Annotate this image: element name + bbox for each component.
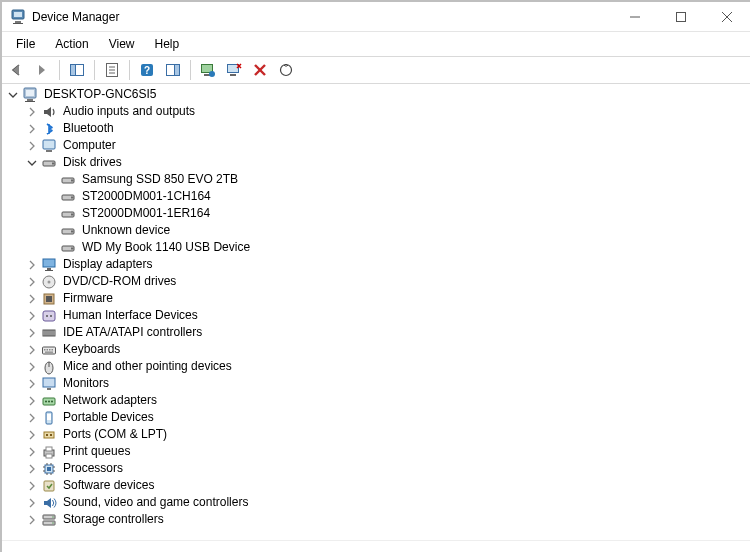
network-icon-wrap bbox=[41, 393, 57, 409]
node-label: ST2000DM001-1CH164 bbox=[80, 188, 213, 205]
optical-icon-wrap bbox=[41, 274, 57, 290]
node-label: Samsung SSD 850 EVO 2TB bbox=[80, 171, 240, 188]
tree-category[interactable]: Mice and other pointing devices bbox=[6, 358, 750, 375]
tree-category[interactable]: Bluetooth bbox=[6, 120, 750, 137]
tree-category[interactable]: DVD/CD-ROM drives bbox=[6, 273, 750, 290]
tree-category[interactable]: IDE ATA/ATAPI controllers bbox=[6, 324, 750, 341]
expand-icon[interactable] bbox=[25, 445, 39, 459]
forward-button[interactable] bbox=[30, 58, 54, 82]
expand-icon[interactable] bbox=[25, 411, 39, 425]
storage-icon-wrap bbox=[41, 512, 57, 528]
expand-icon[interactable] bbox=[25, 360, 39, 374]
device-tree-pane[interactable]: DESKTOP-GNC6SI5Audio inputs and outputsB… bbox=[2, 84, 750, 540]
portable-icon bbox=[41, 410, 57, 426]
expand-icon[interactable] bbox=[25, 326, 39, 340]
ide-icon bbox=[41, 325, 57, 341]
keyboard-icon bbox=[41, 342, 57, 358]
expand-icon[interactable] bbox=[25, 275, 39, 289]
tree-category[interactable]: Sound, video and game controllers bbox=[6, 494, 750, 511]
show-hide-tree-button[interactable] bbox=[65, 58, 89, 82]
hid-icon bbox=[41, 308, 57, 324]
back-button[interactable] bbox=[4, 58, 28, 82]
expand-icon[interactable] bbox=[25, 139, 39, 153]
close-button[interactable] bbox=[704, 2, 750, 32]
uninstall-button[interactable] bbox=[222, 58, 246, 82]
printer-icon bbox=[41, 444, 57, 460]
node-label: ST2000DM001-1ER164 bbox=[80, 205, 212, 222]
expand-icon[interactable] bbox=[25, 462, 39, 476]
tree-category[interactable]: Monitors bbox=[6, 375, 750, 392]
update-driver-button[interactable] bbox=[196, 58, 220, 82]
port-icon-wrap bbox=[41, 427, 57, 443]
collapse-icon[interactable] bbox=[25, 156, 39, 170]
tree-device[interactable]: ST2000DM001-1CH164 bbox=[6, 188, 750, 205]
scan-button[interactable] bbox=[274, 58, 298, 82]
expand-icon[interactable] bbox=[25, 428, 39, 442]
software-icon bbox=[41, 478, 57, 494]
show-hide-action-button[interactable] bbox=[161, 58, 185, 82]
printer-icon-wrap bbox=[41, 444, 57, 460]
node-label: Print queues bbox=[61, 443, 132, 460]
expand-icon[interactable] bbox=[25, 377, 39, 391]
tree-device[interactable]: Samsung SSD 850 EVO 2TB bbox=[6, 171, 750, 188]
expand-icon[interactable] bbox=[25, 496, 39, 510]
expand-icon[interactable] bbox=[25, 105, 39, 119]
svg-point-20 bbox=[209, 71, 215, 77]
device-tree: DESKTOP-GNC6SI5Audio inputs and outputsB… bbox=[2, 84, 750, 538]
tree-device[interactable]: ST2000DM001-1ER164 bbox=[6, 205, 750, 222]
expand-icon[interactable] bbox=[25, 479, 39, 493]
node-label: Audio inputs and outputs bbox=[61, 103, 197, 120]
expand-icon[interactable] bbox=[25, 513, 39, 527]
tree-category[interactable]: Human Interface Devices bbox=[6, 307, 750, 324]
tree-category[interactable]: Processors bbox=[6, 460, 750, 477]
help-icon: ? bbox=[139, 62, 155, 78]
tree-device[interactable]: WD My Book 1140 USB Device bbox=[6, 239, 750, 256]
expand-icon[interactable] bbox=[25, 122, 39, 136]
tree-category[interactable]: Print queues bbox=[6, 443, 750, 460]
minimize-button[interactable] bbox=[612, 2, 658, 32]
ide-icon-wrap bbox=[41, 325, 57, 341]
sound-icon-wrap bbox=[41, 495, 57, 511]
monitor-icon bbox=[41, 376, 57, 392]
tree-category[interactable]: Ports (COM & LPT) bbox=[6, 426, 750, 443]
menu-file[interactable]: File bbox=[6, 34, 45, 54]
tree-category[interactable]: Network adapters bbox=[6, 392, 750, 409]
node-label: Unknown device bbox=[80, 222, 172, 239]
menu-help[interactable]: Help bbox=[145, 34, 190, 54]
expand-icon[interactable] bbox=[25, 292, 39, 306]
node-label: Display adapters bbox=[61, 256, 154, 273]
collapse-icon[interactable] bbox=[6, 88, 20, 102]
cpu-icon bbox=[41, 461, 57, 477]
menu-action[interactable]: Action bbox=[45, 34, 98, 54]
tree-category[interactable]: Portable Devices bbox=[6, 409, 750, 426]
tree-category[interactable]: Firmware bbox=[6, 290, 750, 307]
tree-category[interactable]: Keyboards bbox=[6, 341, 750, 358]
svg-text:?: ? bbox=[144, 65, 150, 76]
svg-rect-2 bbox=[15, 21, 21, 23]
help-button[interactable]: ? bbox=[135, 58, 159, 82]
expand-icon[interactable] bbox=[25, 309, 39, 323]
node-label: Bluetooth bbox=[61, 120, 116, 137]
node-label: Storage controllers bbox=[61, 511, 166, 528]
menu-view[interactable]: View bbox=[99, 34, 145, 54]
firmware-icon bbox=[41, 291, 57, 307]
tree-category[interactable]: Audio inputs and outputs bbox=[6, 103, 750, 120]
tree-device[interactable]: Unknown device bbox=[6, 222, 750, 239]
node-label: DESKTOP-GNC6SI5 bbox=[42, 86, 158, 103]
tree-category[interactable]: Software devices bbox=[6, 477, 750, 494]
properties-button[interactable] bbox=[100, 58, 124, 82]
expand-icon[interactable] bbox=[25, 258, 39, 272]
expand-icon[interactable] bbox=[25, 343, 39, 357]
svg-rect-21 bbox=[228, 65, 239, 73]
tree-category[interactable]: Disk drives bbox=[6, 154, 750, 171]
cpu-icon-wrap bbox=[41, 461, 57, 477]
disable-button[interactable] bbox=[248, 58, 272, 82]
tree-root[interactable]: DESKTOP-GNC6SI5 bbox=[6, 86, 750, 103]
tree-category[interactable]: Display adapters bbox=[6, 256, 750, 273]
tree-category[interactable]: Storage controllers bbox=[6, 511, 750, 528]
node-label: Portable Devices bbox=[61, 409, 156, 426]
maximize-button[interactable] bbox=[658, 2, 704, 32]
svg-rect-17 bbox=[175, 65, 180, 76]
expand-icon[interactable] bbox=[25, 394, 39, 408]
tree-category[interactable]: Computer bbox=[6, 137, 750, 154]
